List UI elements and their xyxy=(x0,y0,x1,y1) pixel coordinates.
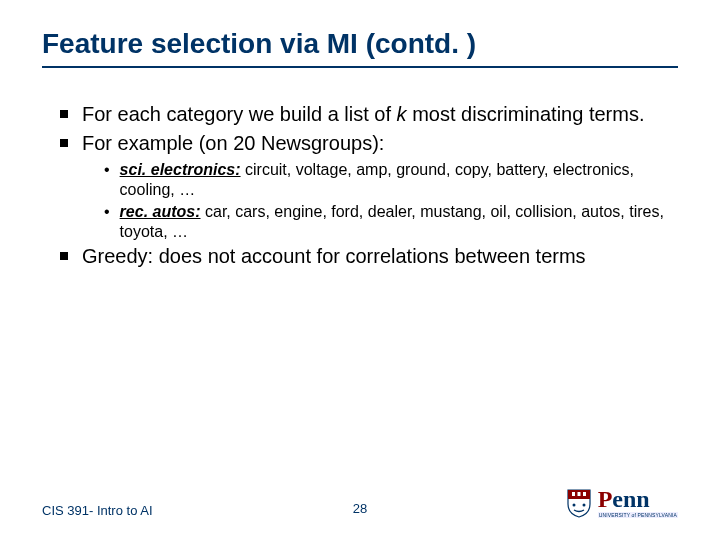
footer-logo-area: Penn UNIVERSITY of PENNSYLVANIA xyxy=(466,488,678,518)
svg-point-4 xyxy=(582,504,585,507)
svg-rect-2 xyxy=(583,492,586,496)
bullet-level2: • rec. autos: car, cars, engine, ford, d… xyxy=(104,202,678,242)
slide: Feature selection via MI (contd. ) For e… xyxy=(0,0,720,269)
penn-word: Penn xyxy=(598,489,650,511)
square-bullet-icon xyxy=(60,252,68,260)
bullet-level1: For each category we build a list of k m… xyxy=(60,102,678,127)
penn-p: P xyxy=(598,486,613,512)
slide-footer: CIS 391- Intro to AI 28 Penn xyxy=(0,488,720,518)
svg-point-3 xyxy=(572,504,575,507)
square-bullet-icon xyxy=(60,139,68,147)
terms-list: car, cars, engine, ford, dealer, mustang… xyxy=(120,203,664,240)
bullet-level1: Greedy: does not account for correlation… xyxy=(60,244,678,269)
category-label: rec. autos: xyxy=(120,203,201,220)
bullet-level1: For example (on 20 Newsgroups): xyxy=(60,131,678,156)
bullet-text: rec. autos: car, cars, engine, ford, dea… xyxy=(120,202,678,242)
category-label: sci. electronics: xyxy=(120,161,241,178)
italic-k: k xyxy=(397,103,407,125)
bullet-text: sci. electronics: circuit, voltage, amp,… xyxy=(120,160,678,200)
footer-page-number: 28 xyxy=(254,501,466,518)
text-fragment: For each category we build a list of xyxy=(82,103,397,125)
slide-title: Feature selection via MI (contd. ) xyxy=(42,28,678,68)
dot-bullet-icon: • xyxy=(104,160,110,200)
svg-rect-1 xyxy=(577,492,580,496)
footer-course: CIS 391- Intro to AI xyxy=(42,503,254,518)
penn-subtitle: UNIVERSITY of PENNSYLVANIA xyxy=(598,512,678,518)
penn-enn: enn xyxy=(612,486,649,512)
bullet-level2: • sci. electronics: circuit, voltage, am… xyxy=(104,160,678,200)
svg-rect-0 xyxy=(572,492,575,496)
penn-logo: Penn UNIVERSITY of PENNSYLVANIA xyxy=(566,488,678,518)
square-bullet-icon xyxy=(60,110,68,118)
dot-bullet-icon: • xyxy=(104,202,110,242)
penn-shield-icon xyxy=(566,488,592,518)
penn-wordmark: Penn UNIVERSITY of PENNSYLVANIA xyxy=(598,489,678,518)
bullet-text: For example (on 20 Newsgroups): xyxy=(82,131,678,156)
slide-content: For each category we build a list of k m… xyxy=(42,102,678,269)
bullet-text: For each category we build a list of k m… xyxy=(82,102,678,127)
bullet-text: Greedy: does not account for correlation… xyxy=(82,244,678,269)
text-fragment: most discriminating terms. xyxy=(407,103,645,125)
